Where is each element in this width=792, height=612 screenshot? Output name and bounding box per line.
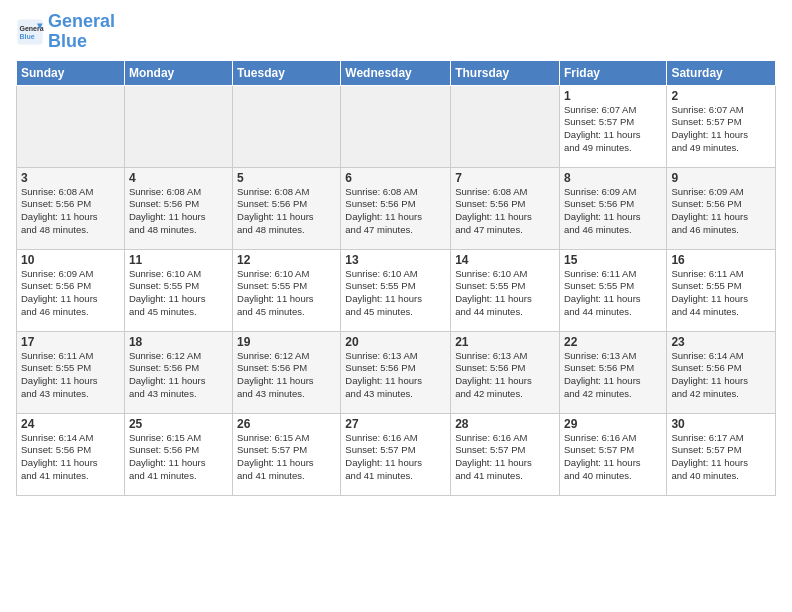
calendar-cell bbox=[17, 85, 125, 167]
weekday-header: Friday bbox=[559, 60, 666, 85]
calendar-cell: 23Sunrise: 6:14 AM Sunset: 5:56 PM Dayli… bbox=[667, 331, 776, 413]
day-number: 2 bbox=[671, 89, 771, 103]
calendar-cell: 1Sunrise: 6:07 AM Sunset: 5:57 PM Daylig… bbox=[559, 85, 666, 167]
day-number: 26 bbox=[237, 417, 336, 431]
day-info: Sunrise: 6:12 AM Sunset: 5:56 PM Dayligh… bbox=[129, 350, 228, 401]
calendar-cell: 6Sunrise: 6:08 AM Sunset: 5:56 PM Daylig… bbox=[341, 167, 451, 249]
day-info: Sunrise: 6:11 AM Sunset: 5:55 PM Dayligh… bbox=[564, 268, 662, 319]
svg-text:Blue: Blue bbox=[20, 33, 35, 40]
calendar-cell: 10Sunrise: 6:09 AM Sunset: 5:56 PM Dayli… bbox=[17, 249, 125, 331]
calendar-cell: 24Sunrise: 6:14 AM Sunset: 5:56 PM Dayli… bbox=[17, 413, 125, 495]
day-number: 8 bbox=[564, 171, 662, 185]
day-info: Sunrise: 6:15 AM Sunset: 5:57 PM Dayligh… bbox=[237, 432, 336, 483]
page: General Blue GeneralBlue SundayMondayTue… bbox=[0, 0, 792, 504]
day-number: 19 bbox=[237, 335, 336, 349]
day-info: Sunrise: 6:08 AM Sunset: 5:56 PM Dayligh… bbox=[455, 186, 555, 237]
calendar-cell bbox=[233, 85, 341, 167]
calendar-cell: 11Sunrise: 6:10 AM Sunset: 5:55 PM Dayli… bbox=[124, 249, 232, 331]
day-number: 6 bbox=[345, 171, 446, 185]
day-info: Sunrise: 6:16 AM Sunset: 5:57 PM Dayligh… bbox=[455, 432, 555, 483]
weekday-header: Sunday bbox=[17, 60, 125, 85]
calendar-cell: 17Sunrise: 6:11 AM Sunset: 5:55 PM Dayli… bbox=[17, 331, 125, 413]
day-number: 25 bbox=[129, 417, 228, 431]
day-info: Sunrise: 6:17 AM Sunset: 5:57 PM Dayligh… bbox=[671, 432, 771, 483]
calendar-cell: 7Sunrise: 6:08 AM Sunset: 5:56 PM Daylig… bbox=[451, 167, 560, 249]
day-info: Sunrise: 6:09 AM Sunset: 5:56 PM Dayligh… bbox=[671, 186, 771, 237]
day-number: 3 bbox=[21, 171, 120, 185]
logo-icon: General Blue bbox=[16, 18, 44, 46]
day-info: Sunrise: 6:10 AM Sunset: 5:55 PM Dayligh… bbox=[237, 268, 336, 319]
day-info: Sunrise: 6:10 AM Sunset: 5:55 PM Dayligh… bbox=[345, 268, 446, 319]
day-info: Sunrise: 6:13 AM Sunset: 5:56 PM Dayligh… bbox=[345, 350, 446, 401]
day-info: Sunrise: 6:16 AM Sunset: 5:57 PM Dayligh… bbox=[345, 432, 446, 483]
day-number: 17 bbox=[21, 335, 120, 349]
day-info: Sunrise: 6:07 AM Sunset: 5:57 PM Dayligh… bbox=[564, 104, 662, 155]
day-number: 7 bbox=[455, 171, 555, 185]
calendar: SundayMondayTuesdayWednesdayThursdayFrid… bbox=[16, 60, 776, 496]
calendar-cell: 5Sunrise: 6:08 AM Sunset: 5:56 PM Daylig… bbox=[233, 167, 341, 249]
calendar-cell: 27Sunrise: 6:16 AM Sunset: 5:57 PM Dayli… bbox=[341, 413, 451, 495]
day-info: Sunrise: 6:14 AM Sunset: 5:56 PM Dayligh… bbox=[21, 432, 120, 483]
calendar-cell: 25Sunrise: 6:15 AM Sunset: 5:56 PM Dayli… bbox=[124, 413, 232, 495]
day-info: Sunrise: 6:09 AM Sunset: 5:56 PM Dayligh… bbox=[21, 268, 120, 319]
day-number: 22 bbox=[564, 335, 662, 349]
calendar-cell: 2Sunrise: 6:07 AM Sunset: 5:57 PM Daylig… bbox=[667, 85, 776, 167]
calendar-cell bbox=[124, 85, 232, 167]
day-info: Sunrise: 6:15 AM Sunset: 5:56 PM Dayligh… bbox=[129, 432, 228, 483]
day-info: Sunrise: 6:12 AM Sunset: 5:56 PM Dayligh… bbox=[237, 350, 336, 401]
day-number: 15 bbox=[564, 253, 662, 267]
calendar-week-row: 17Sunrise: 6:11 AM Sunset: 5:55 PM Dayli… bbox=[17, 331, 776, 413]
day-number: 13 bbox=[345, 253, 446, 267]
calendar-week-row: 3Sunrise: 6:08 AM Sunset: 5:56 PM Daylig… bbox=[17, 167, 776, 249]
day-number: 23 bbox=[671, 335, 771, 349]
svg-rect-0 bbox=[17, 19, 42, 44]
day-info: Sunrise: 6:10 AM Sunset: 5:55 PM Dayligh… bbox=[129, 268, 228, 319]
calendar-cell: 19Sunrise: 6:12 AM Sunset: 5:56 PM Dayli… bbox=[233, 331, 341, 413]
calendar-cell: 29Sunrise: 6:16 AM Sunset: 5:57 PM Dayli… bbox=[559, 413, 666, 495]
day-number: 24 bbox=[21, 417, 120, 431]
calendar-cell: 3Sunrise: 6:08 AM Sunset: 5:56 PM Daylig… bbox=[17, 167, 125, 249]
calendar-cell: 14Sunrise: 6:10 AM Sunset: 5:55 PM Dayli… bbox=[451, 249, 560, 331]
day-number: 18 bbox=[129, 335, 228, 349]
calendar-cell: 26Sunrise: 6:15 AM Sunset: 5:57 PM Dayli… bbox=[233, 413, 341, 495]
weekday-header: Thursday bbox=[451, 60, 560, 85]
day-info: Sunrise: 6:10 AM Sunset: 5:55 PM Dayligh… bbox=[455, 268, 555, 319]
day-info: Sunrise: 6:13 AM Sunset: 5:56 PM Dayligh… bbox=[455, 350, 555, 401]
day-info: Sunrise: 6:08 AM Sunset: 5:56 PM Dayligh… bbox=[21, 186, 120, 237]
calendar-header-row: SundayMondayTuesdayWednesdayThursdayFrid… bbox=[17, 60, 776, 85]
day-number: 14 bbox=[455, 253, 555, 267]
day-number: 27 bbox=[345, 417, 446, 431]
day-number: 12 bbox=[237, 253, 336, 267]
calendar-cell: 22Sunrise: 6:13 AM Sunset: 5:56 PM Dayli… bbox=[559, 331, 666, 413]
calendar-cell: 8Sunrise: 6:09 AM Sunset: 5:56 PM Daylig… bbox=[559, 167, 666, 249]
calendar-cell: 16Sunrise: 6:11 AM Sunset: 5:55 PM Dayli… bbox=[667, 249, 776, 331]
calendar-cell: 30Sunrise: 6:17 AM Sunset: 5:57 PM Dayli… bbox=[667, 413, 776, 495]
logo-text: GeneralBlue bbox=[48, 12, 115, 52]
day-number: 30 bbox=[671, 417, 771, 431]
weekday-header: Wednesday bbox=[341, 60, 451, 85]
day-number: 11 bbox=[129, 253, 228, 267]
day-number: 9 bbox=[671, 171, 771, 185]
calendar-cell bbox=[341, 85, 451, 167]
day-number: 5 bbox=[237, 171, 336, 185]
day-info: Sunrise: 6:16 AM Sunset: 5:57 PM Dayligh… bbox=[564, 432, 662, 483]
calendar-cell: 12Sunrise: 6:10 AM Sunset: 5:55 PM Dayli… bbox=[233, 249, 341, 331]
day-info: Sunrise: 6:13 AM Sunset: 5:56 PM Dayligh… bbox=[564, 350, 662, 401]
day-info: Sunrise: 6:14 AM Sunset: 5:56 PM Dayligh… bbox=[671, 350, 771, 401]
day-number: 21 bbox=[455, 335, 555, 349]
day-info: Sunrise: 6:08 AM Sunset: 5:56 PM Dayligh… bbox=[129, 186, 228, 237]
day-info: Sunrise: 6:11 AM Sunset: 5:55 PM Dayligh… bbox=[671, 268, 771, 319]
weekday-header: Monday bbox=[124, 60, 232, 85]
day-number: 28 bbox=[455, 417, 555, 431]
day-info: Sunrise: 6:08 AM Sunset: 5:56 PM Dayligh… bbox=[237, 186, 336, 237]
weekday-header: Tuesday bbox=[233, 60, 341, 85]
calendar-week-row: 10Sunrise: 6:09 AM Sunset: 5:56 PM Dayli… bbox=[17, 249, 776, 331]
day-number: 16 bbox=[671, 253, 771, 267]
day-number: 4 bbox=[129, 171, 228, 185]
calendar-week-row: 1Sunrise: 6:07 AM Sunset: 5:57 PM Daylig… bbox=[17, 85, 776, 167]
day-number: 20 bbox=[345, 335, 446, 349]
logo: General Blue GeneralBlue bbox=[16, 12, 115, 52]
calendar-cell: 4Sunrise: 6:08 AM Sunset: 5:56 PM Daylig… bbox=[124, 167, 232, 249]
calendar-cell: 15Sunrise: 6:11 AM Sunset: 5:55 PM Dayli… bbox=[559, 249, 666, 331]
day-info: Sunrise: 6:11 AM Sunset: 5:55 PM Dayligh… bbox=[21, 350, 120, 401]
